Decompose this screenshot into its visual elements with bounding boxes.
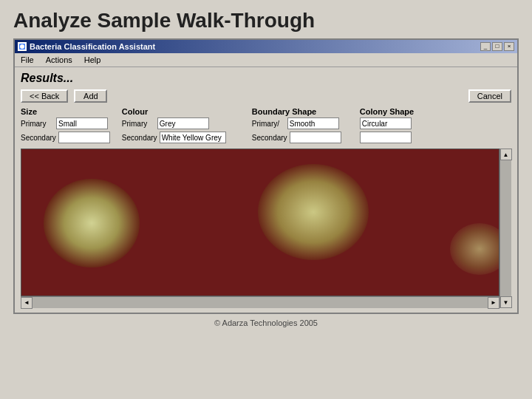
size-secondary-input[interactable] — [58, 132, 110, 143]
colony-primary-input[interactable] — [360, 117, 412, 129]
boundary-primary-row: Primary/ — [252, 117, 348, 129]
boundary-secondary-row: Secondary — [252, 132, 348, 143]
colony-secondary-row — [360, 132, 434, 143]
colour-secondary-row: Secondary — [122, 132, 240, 143]
size-primary-label: Primary — [21, 120, 54, 128]
maximize-button[interactable]: □ — [492, 42, 502, 51]
size-primary-input[interactable] — [56, 117, 108, 129]
bacteria-blob-1 — [44, 179, 140, 267]
boundary-group-label: Boundary Shape — [252, 107, 348, 116]
page-title: Analyze Sample Walk-Through — [0, 0, 532, 38]
scroll-left-button[interactable]: ◄ — [21, 297, 33, 309]
size-primary-row: Primary — [21, 117, 110, 129]
title-bar: Bacteria Classification Assistant _ □ × — [15, 40, 517, 53]
colour-group: Colour Primary Secondary — [122, 107, 240, 146]
horizontal-scrollbar[interactable]: ◄ ► — [21, 296, 499, 308]
title-bar-left: Bacteria Classification Assistant — [18, 42, 155, 51]
title-bar-buttons: _ □ × — [480, 42, 514, 51]
svg-point-1 — [20, 44, 24, 49]
colour-secondary-label: Secondary — [122, 134, 157, 142]
scroll-track-vertical[interactable] — [500, 160, 511, 296]
scroll-up-button[interactable]: ▲ — [500, 149, 512, 160]
boundary-primary-label: Primary/ — [252, 120, 285, 128]
colony-group-label: Colony Shape — [360, 107, 434, 116]
scroll-down-button[interactable]: ▼ — [500, 296, 512, 308]
colour-primary-row: Primary — [122, 117, 240, 129]
size-secondary-label: Secondary — [21, 134, 56, 142]
scroll-right-button[interactable]: ► — [488, 297, 499, 309]
button-row-left: << Back Add — [21, 89, 107, 103]
app-window: Bacteria Classification Assistant _ □ × … — [13, 38, 519, 314]
vertical-scrollbar[interactable]: ▲ ▼ — [499, 149, 511, 308]
app-icon — [18, 42, 27, 51]
colour-primary-input[interactable] — [157, 117, 209, 129]
close-button[interactable]: × — [504, 42, 514, 51]
window-content: Results... << Back Add Cancel Size Prima… — [15, 67, 517, 313]
size-group-label: Size — [21, 107, 110, 116]
colour-primary-label: Primary — [122, 120, 155, 128]
bacteria-blob-2 — [258, 164, 369, 260]
bacteria-blob-3 — [450, 223, 499, 275]
back-button[interactable]: << Back — [21, 89, 68, 103]
boundary-primary-input[interactable] — [287, 117, 339, 129]
footer: © Adarza Technologies 2005 — [0, 314, 532, 330]
size-group: Size Primary Secondary — [21, 107, 110, 146]
menu-help[interactable]: Help — [83, 55, 103, 65]
add-button[interactable]: Add — [74, 89, 107, 103]
boundary-secondary-label: Secondary — [252, 134, 287, 142]
minimize-button[interactable]: _ — [480, 42, 491, 51]
colour-group-label: Colour — [122, 107, 240, 116]
cancel-button[interactable]: Cancel — [468, 89, 511, 103]
image-container: ▲ ▼ ◄ ► — [21, 149, 511, 308]
button-row: << Back Add Cancel — [21, 89, 511, 103]
boundary-group: Boundary Shape Primary/ Secondary — [252, 107, 348, 146]
colour-secondary-input[interactable] — [160, 132, 226, 143]
boundary-secondary-input[interactable] — [290, 132, 341, 143]
menu-file[interactable]: File — [19, 55, 35, 65]
bacteria-image — [21, 149, 499, 296]
results-label: Results... — [21, 72, 511, 85]
fields-area: Size Primary Secondary Colour Primary — [21, 107, 511, 146]
size-secondary-row: Secondary — [21, 132, 110, 143]
menu-bar: File Actions Help — [15, 53, 517, 67]
window-title: Bacteria Classification Assistant — [30, 42, 155, 51]
colony-primary-row — [360, 117, 434, 129]
colony-secondary-input[interactable] — [360, 132, 412, 143]
colony-group: Colony Shape — [360, 107, 434, 146]
scroll-track-horizontal[interactable] — [33, 297, 488, 308]
menu-actions[interactable]: Actions — [44, 55, 74, 65]
